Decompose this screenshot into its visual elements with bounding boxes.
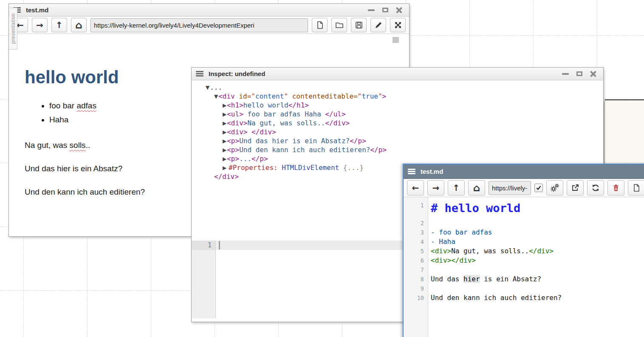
window-title: test.md: [421, 168, 443, 175]
window-title: Inspect: undefined: [209, 70, 265, 77]
dom-tree-row[interactable]: ▶<div>Na gut, was solls..</div>: [192, 119, 603, 127]
code-line[interactable]: # hello world: [428, 201, 520, 216]
forward-button[interactable]: →: [427, 180, 444, 195]
edit-button[interactable]: [370, 18, 386, 32]
line-number: 10: [404, 293, 428, 303]
code-line[interactable]: <div></div>: [428, 256, 476, 265]
editor-lines: 1# hello world23- foo bar adfas4- Haha5<…: [404, 201, 644, 303]
save-button[interactable]: [351, 18, 367, 32]
close-button[interactable]: [590, 71, 596, 77]
dom-tree-row[interactable]: ▶<p>Und den kann ich auch editieren?</p>: [192, 145, 603, 154]
url-input[interactable]: [489, 181, 531, 195]
window-title: test.md: [26, 6, 48, 14]
save-icon: [355, 21, 363, 29]
line-number: 3: [404, 228, 428, 237]
window-markdown-source: test.md ← → ↑ ⌂: [403, 164, 644, 337]
dom-tree-row[interactable]: ▶<div> </div>: [192, 127, 603, 136]
menu-icon[interactable]: [196, 71, 203, 72]
editor-gutter: 1: [192, 241, 216, 318]
titlebar[interactable]: Inspect: undefined: [192, 68, 603, 80]
pencil-icon: [374, 21, 383, 29]
refresh-icon: [591, 184, 600, 192]
forward-icon: →: [432, 184, 440, 192]
home-button[interactable]: ⌂: [71, 18, 87, 32]
titlebar[interactable]: test.md: [404, 164, 644, 179]
line-number: 4: [404, 237, 428, 246]
code-line[interactable]: - foo bar adfas: [428, 228, 492, 237]
code-line[interactable]: Und das hier is ein Absatz?: [428, 275, 541, 284]
line-number: 7: [404, 265, 428, 275]
partial-window-right-edge[interactable]: [605, 99, 644, 164]
scrollbar-thumb[interactable]: [393, 37, 399, 43]
gears-icon: [550, 183, 559, 193]
reload-button[interactable]: [587, 180, 604, 195]
delete-button[interactable]: [607, 180, 624, 195]
navigation-toolbar: ← → ↑ ⌂: [404, 179, 644, 197]
source-editor[interactable]: 1# hello world23- foo bar adfas4- Haha5<…: [404, 197, 644, 337]
maximize-button[interactable]: [382, 8, 388, 12]
back-button[interactable]: ←: [407, 180, 424, 195]
desktop: test.md ← → ↑ ⌂: [0, 0, 644, 337]
folder-icon: [335, 21, 344, 29]
up-icon: ↑: [453, 184, 460, 192]
up-button[interactable]: ↑: [51, 18, 67, 32]
close-button[interactable]: [396, 7, 402, 13]
new-file-button[interactable]: [628, 180, 644, 195]
new-file-button[interactable]: [312, 18, 328, 32]
forward-button[interactable]: →: [32, 18, 48, 32]
dom-tree-row[interactable]: ▼...: [192, 83, 603, 92]
dom-tree-row[interactable]: ▼<div id="content" contenteditable="true…: [192, 92, 603, 101]
code-line[interactable]: - Haha: [428, 237, 455, 246]
auto-update-checkbox[interactable]: [534, 184, 543, 192]
dom-tree-row[interactable]: ▶<p>Und das hier is ein Absatz?</p>: [192, 136, 603, 145]
trash-icon: [612, 184, 620, 192]
maximize-button[interactable]: [576, 71, 582, 76]
open-external-button[interactable]: [567, 180, 584, 195]
up-button[interactable]: ↑: [448, 180, 465, 195]
line-number: 6: [404, 256, 428, 265]
forward-icon: →: [36, 21, 43, 29]
external-link-icon: [571, 184, 579, 192]
back-icon: ←: [17, 21, 24, 29]
home-icon: ⌂: [473, 183, 480, 193]
menu-icon[interactable]: [408, 169, 415, 170]
line-number: 1: [192, 241, 215, 250]
settings-button[interactable]: [546, 180, 563, 195]
dom-tree-row[interactable]: ▶<h1>hello world</h1>: [192, 101, 603, 110]
home-icon: ⌂: [75, 20, 82, 30]
minimize-button[interactable]: [562, 73, 569, 75]
line-number: 1: [404, 201, 428, 210]
presentation-tab[interactable]: presentation: [9, 8, 17, 50]
code-line[interactable]: Und den kann ich auch editieren?: [428, 293, 562, 303]
titlebar[interactable]: test.md: [9, 4, 409, 17]
up-icon: ↑: [56, 21, 63, 29]
line-number: 9: [404, 284, 428, 293]
code-line[interactable]: <div>Na gut, was solls..</div>: [428, 246, 554, 256]
home-button[interactable]: ⌂: [468, 180, 485, 195]
navigation-toolbar: ← → ↑ ⌂: [9, 17, 409, 34]
back-icon: ←: [412, 184, 419, 192]
minimize-button[interactable]: [368, 9, 375, 11]
line-number: 2: [404, 218, 428, 228]
new-file-icon: [632, 184, 641, 192]
dom-tree-row[interactable]: ▶<p>...</p>: [192, 154, 603, 163]
new-file-icon: [316, 21, 324, 29]
expand-icon: [394, 21, 402, 29]
check-icon: [536, 185, 542, 191]
open-folder-button[interactable]: [331, 18, 347, 32]
presentation-tab-label: presentation: [10, 13, 16, 44]
line-number: 5: [404, 246, 428, 256]
line-number: 8: [404, 275, 428, 284]
dom-tree-row[interactable]: ▶<ul> foo bar adfas Haha </ul>: [192, 110, 603, 119]
text-cursor: [219, 241, 220, 249]
expand-button[interactable]: [390, 18, 406, 32]
url-input[interactable]: [90, 18, 308, 32]
